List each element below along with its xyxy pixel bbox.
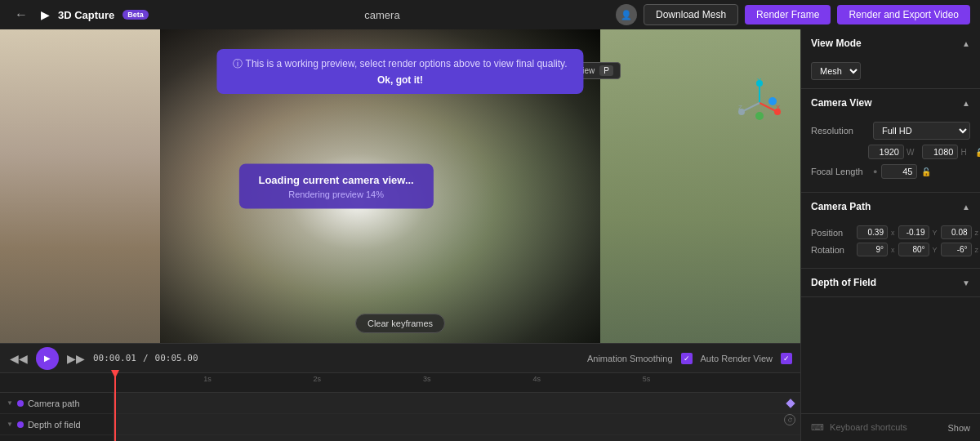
track-row-depth: ▼ Depth of field ⏱ — [0, 414, 800, 435]
timeline-body: 1s 2s 3s 4s 5s ▼ Camera path — [0, 373, 800, 441]
panel-section-dof: Depth of Field ▼ — [801, 269, 980, 297]
download-mesh-button[interactable]: Download Mesh — [644, 4, 738, 25]
scene-left-panel — [0, 29, 160, 343]
ruler-4s: 4s — [532, 375, 541, 383]
panel-section-camera-path: Camera Path ▲ Position x Y z Rotation — [801, 193, 980, 269]
keyboard-shortcuts-bar: ⌨ Keyboard shortcuts Show — [801, 413, 980, 441]
dof-header[interactable]: Depth of Field ▼ — [801, 269, 980, 296]
rotation-row: Rotation x Y z — [811, 243, 970, 256]
track-content-camera[interactable] — [114, 393, 800, 413]
camera-view-title: Camera View — [811, 97, 872, 109]
timeline-ruler: 1s 2s 3s 4s 5s — [0, 373, 800, 393]
camera-name: camera — [364, 9, 399, 21]
view-mode-body: Mesh — [801, 57, 980, 88]
animation-smoothing-label: Animation Smoothing — [587, 354, 673, 363]
animation-smoothing-checkbox[interactable]: ✓ — [681, 353, 693, 364]
avatar-button[interactable]: 👤 — [616, 4, 637, 25]
timeline-tracks: ▼ Camera path ▼ Depth of fi — [0, 393, 800, 441]
track-row-camera-path: ▼ Camera path — [0, 393, 800, 414]
resolution-h-input[interactable] — [922, 145, 958, 159]
total-time: 00:05.00 — [155, 353, 198, 363]
focal-dot: ● — [873, 167, 877, 176]
focal-lock-icon: 🔓 — [921, 167, 931, 176]
viewport[interactable]: ⓘ This is a working preview, select rend… — [0, 29, 800, 441]
back-button[interactable]: ← — [10, 6, 33, 24]
playhead[interactable] — [114, 373, 116, 441]
auto-render-label: Auto Render View — [701, 354, 773, 363]
rot-x-input[interactable] — [857, 243, 888, 256]
focal-length-group: ● 🔓 — [873, 164, 931, 179]
resolution-select[interactable]: Full HD — [873, 122, 970, 140]
resolution-w-label: W — [906, 148, 914, 157]
focal-length-label: Focal Length — [811, 167, 868, 176]
info-banner-link[interactable]: Ok, got it! — [377, 74, 423, 86]
top-bar: ← ▶ 3D Capture Beta camera 👤 Download Me… — [0, 0, 980, 29]
track-label-focal: ▼ Focal Length — [0, 435, 114, 441]
auto-render-checkbox[interactable]: ✓ — [781, 353, 792, 364]
pos-z-label: z — [975, 229, 979, 237]
camera-view-header[interactable]: Camera View ▲ — [801, 89, 980, 117]
track-name-camera: Camera path — [28, 399, 80, 408]
svg-text:X: X — [776, 104, 781, 111]
svg-point-9 — [755, 112, 764, 120]
lock-icon: 🔒 — [975, 148, 980, 157]
track-row-focal: ▼ Focal Length — [0, 435, 800, 441]
rot-x-label: x — [891, 246, 895, 254]
clear-keyframes-button[interactable]: Clear keyframes — [355, 314, 445, 333]
timeline-right: Animation Smoothing ✓ Auto Render View ✓ — [205, 353, 792, 364]
camera-view-body: Resolution Full HD W H 🔒 — [801, 117, 980, 192]
track-diamond-camera — [786, 399, 795, 408]
panel-section-view-mode: View Mode ▲ Mesh — [801, 29, 980, 89]
pos-z-input[interactable] — [941, 225, 972, 239]
loading-sub: Rendering preview 14% — [258, 189, 413, 199]
loading-title: Loading current camera view... — [258, 174, 413, 186]
resolution-row: Resolution Full HD — [811, 122, 970, 140]
rot-y-label: Y — [933, 246, 938, 254]
dof-title: Depth of Field — [811, 277, 876, 288]
track-content-depth[interactable]: ⏱ — [114, 414, 800, 434]
camera-path-body: Position x Y z Rotation x Y — [801, 220, 980, 268]
resolution-h-label: H — [960, 148, 966, 157]
rot-z-label: z — [975, 246, 979, 254]
loading-overlay: Loading current camera view... Rendering… — [238, 164, 433, 209]
track-dot-camera — [17, 400, 24, 407]
pos-y-input[interactable] — [898, 225, 929, 239]
svg-text:Y: Y — [757, 78, 762, 84]
render-export-button[interactable]: Render and Export Video — [837, 5, 970, 24]
ruler-marks-container: 1s 2s 3s 4s 5s — [114, 375, 800, 391]
view-mode-header[interactable]: View Mode ▲ — [801, 29, 980, 57]
resolution-w-input[interactable] — [868, 145, 904, 159]
rot-z-input[interactable] — [941, 243, 972, 256]
pos-x-input[interactable] — [857, 225, 888, 239]
camera-path-title: Camera Path — [811, 201, 871, 212]
svg-line-6 — [743, 103, 760, 111]
track-expand-depth: ▼ — [7, 421, 13, 428]
resolution-label: Resolution — [811, 126, 868, 136]
skip-back-button[interactable]: ◀◀ — [8, 350, 29, 367]
ruler-1s: 1s — [203, 375, 212, 383]
resolution-size-row: W H 🔒 — [811, 145, 970, 159]
app-title: 3D Capture — [58, 9, 114, 21]
focal-length-input[interactable] — [881, 164, 917, 179]
render-frame-button[interactable]: Render Frame — [745, 5, 831, 24]
pos-x-label: x — [891, 229, 895, 237]
keyboard-icon: ⌨ — [811, 422, 824, 432]
show-shortcuts-button[interactable]: Show — [947, 423, 970, 433]
track-expand-camera: ▼ — [7, 399, 13, 407]
rot-y-input[interactable] — [898, 243, 929, 256]
time-separator: / — [143, 353, 149, 363]
track-label-camera-path: ▼ Camera path — [0, 393, 114, 413]
right-panel: View Mode ▲ Mesh Camera View ▲ Resolutio… — [800, 29, 980, 441]
skip-forward-button[interactable]: ▶▶ — [65, 350, 87, 367]
view-mode-select[interactable]: Mesh — [811, 62, 861, 80]
render-preview-key: P — [599, 65, 613, 76]
play-button[interactable]: ▶ — [36, 347, 59, 370]
view-mode-chevron: ▲ — [962, 39, 970, 48]
timeline-controls: ◀◀ ▶ ▶▶ 00:00.01 / 00:05.00 Animation Sm… — [0, 344, 800, 373]
track-content-focal[interactable] — [114, 435, 800, 441]
camera-path-header[interactable]: Camera Path ▲ — [801, 193, 980, 220]
focal-length-row: Focal Length ● 🔓 — [811, 164, 970, 179]
top-bar-right: 👤 Download Mesh Render Frame Render and … — [616, 4, 970, 25]
scene-right — [600, 29, 800, 343]
ruler-5s: 5s — [643, 375, 651, 383]
